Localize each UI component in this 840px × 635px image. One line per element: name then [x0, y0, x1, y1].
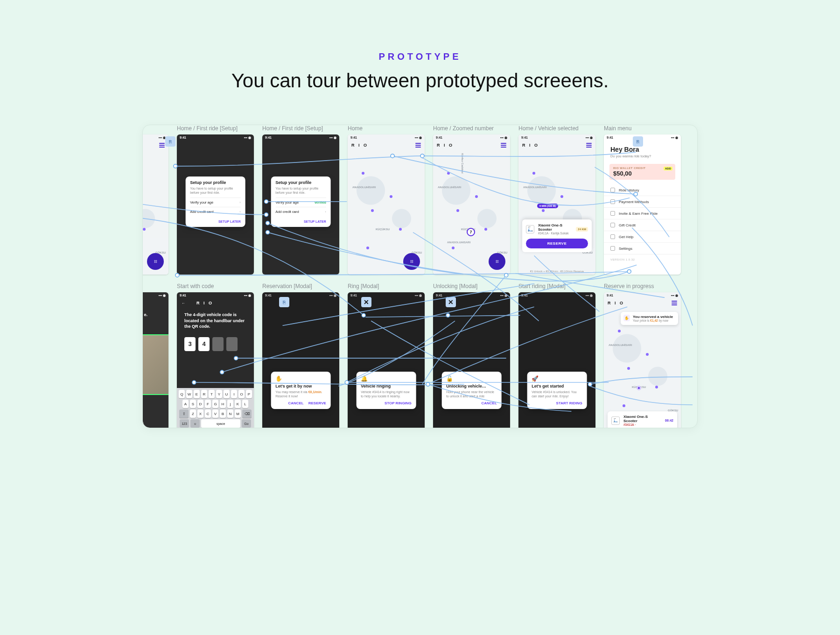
screen-vehicle-selected[interactable]: ANADOLUHİSARI KÜÇÜKSU GÖKSU 6 MIN (430 M… — [518, 134, 595, 275]
back-icon[interactable]: ← — [182, 301, 185, 305]
reserved-vehicle-card[interactable]: 🛴 Xiaomi One-S Scooter #3411A · 06:42 — [608, 411, 677, 428]
status-bar: 9:41••• ◉ — [604, 292, 681, 299]
key[interactable]: W — [186, 390, 192, 398]
screen-reserve-progress[interactable]: ANADOLUHİSARI KÜÇÜKSU GÖKSU 9:41••• ◉ R … — [604, 292, 681, 428]
add-credit-button[interactable]: ADD — [664, 167, 672, 170]
setup-later-button[interactable]: SETUP LATER — [190, 220, 241, 223]
screen-home[interactable]: ANADOLUHİSARI KÜÇÜKSU GÖKSU 9:41••• ◉ R … — [348, 134, 425, 275]
wallet-credit-card[interactable]: RIO WALLET CREDIT $50,00 ADD — [609, 164, 675, 180]
keyboard[interactable]: QWERTYUIOP ASDFGHjKL ⇧ZXCVBNM⌫ 123☺space… — [177, 388, 254, 428]
backspace-key[interactable]: ⌫ — [242, 409, 252, 418]
app-header: R I O — [348, 141, 425, 149]
menu-item[interactable]: Invite & Earn Free Ride — [604, 208, 681, 219]
menu-item[interactable]: Ride History — [604, 184, 681, 196]
key[interactable]: U — [224, 390, 230, 398]
cancel-button[interactable]: CANCEL — [288, 401, 303, 405]
screen-setup[interactable]: 9:41••• ◉ Setup your profile You have to… — [177, 134, 254, 275]
menu-item[interactable]: Get Help — [604, 231, 681, 243]
key[interactable]: P — [246, 390, 252, 398]
numeric-key[interactable]: 123 — [180, 419, 189, 428]
cancel-button[interactable]: CANCEL — [482, 401, 497, 405]
key[interactable]: N — [227, 409, 233, 418]
key[interactable]: D — [197, 400, 203, 408]
menu-icon[interactable] — [672, 301, 677, 305]
menu-item[interactable]: Settings — [604, 243, 681, 254]
verify-age-row[interactable]: Verify your age › — [190, 198, 241, 207]
key[interactable]: B — [220, 409, 226, 418]
frame-label: Home / Zoomed number — [433, 125, 510, 132]
screen-setup[interactable]: 9:41••• ◉ Setup your profile You have to… — [262, 134, 339, 275]
reserved-marker[interactable] — [637, 386, 641, 390]
space-key[interactable]: space — [201, 419, 240, 428]
frame-label: Main menu — [604, 125, 681, 132]
menu-item-icon — [610, 223, 615, 227]
key[interactable]: L — [242, 400, 248, 408]
key[interactable]: Z — [190, 409, 196, 418]
scan-fab[interactable]: ⌗ — [147, 253, 164, 270]
menu-item[interactable]: Payment Methods — [604, 196, 681, 208]
key[interactable]: G — [212, 400, 218, 408]
key[interactable]: K — [235, 400, 241, 408]
key[interactable]: Y — [216, 390, 222, 398]
menu-item[interactable]: Gift Credit — [604, 219, 681, 231]
screen-scan-qr[interactable]: 9:41••• ◉ R I O Code on the vehicle to e… — [142, 292, 168, 428]
key[interactable]: j — [227, 400, 233, 408]
key[interactable]: V — [212, 409, 218, 418]
key[interactable]: C — [205, 409, 211, 418]
app-header: R I O — [604, 299, 681, 307]
key[interactable]: X — [197, 409, 203, 418]
map-view[interactable]: ANADOLUHİSARI KÜÇÜKSU GÖKSU 6 MIN (430 M… — [518, 134, 595, 275]
shift-key[interactable]: ⇧ — [179, 409, 189, 418]
key[interactable]: S — [190, 400, 196, 408]
screen-main-menu[interactable]: 9:41••• ◉ Hey BoraDo you wanna ride toda… — [604, 134, 681, 275]
menu-item-icon — [610, 211, 615, 216]
scan-fab[interactable]: ⌗ — [403, 253, 420, 270]
brand-logo: R I O — [437, 143, 454, 148]
add-card-row[interactable]: Add credit card› — [275, 207, 326, 216]
key[interactable]: Q — [179, 390, 185, 398]
key[interactable]: O — [238, 390, 245, 398]
key[interactable]: M — [235, 409, 241, 418]
reserve-button[interactable]: RESERVE — [308, 401, 326, 405]
key[interactable]: R — [201, 390, 207, 398]
screen-unlock-modal[interactable]: 9:41••• ◉ 🔓 Unlocking vehicle…Hold your … — [433, 292, 510, 428]
emoji-key[interactable]: ☺ — [190, 419, 200, 428]
screen-enter-code[interactable]: 9:41••• ◉ ← R I O The 4-digit vehicle co… — [177, 292, 254, 428]
key[interactable]: T — [209, 390, 215, 398]
key[interactable]: H — [220, 400, 226, 408]
stop-ringing-button[interactable]: STOP RINGING — [385, 401, 412, 405]
start-riding-button[interactable]: START RIDING — [556, 401, 582, 405]
app-version: VERSION 1.0.32 — [604, 254, 681, 265]
screen-first-ride[interactable]: ANADOLUHİSARI KÜÇÜKSU GÖKSU 9:41••• ◉ R … — [142, 134, 168, 275]
flash-button[interactable]: ⚡FLASH — [142, 421, 144, 428]
menu-icon[interactable] — [415, 143, 421, 148]
flow-close-icon: ✕ — [446, 297, 456, 307]
key[interactable]: I — [231, 390, 237, 398]
setup-later-button[interactable]: SETUP LATER — [275, 220, 326, 223]
flow-close-icon: ✕ — [361, 297, 371, 307]
cluster-marker[interactable]: 7 — [467, 228, 475, 236]
screen-ring-modal[interactable]: 9:41••• ◉ 🔔 Vehicle ringingVehicle #3414… — [348, 292, 425, 428]
code-input[interactable]: 34 — [177, 337, 254, 351]
key[interactable]: E — [194, 390, 200, 398]
reserve-button[interactable]: RESERVE — [526, 239, 588, 248]
prototype-canvas[interactable]: irst ride ANADOLUHİSARI KÜÇÜKSU GÖKSU 9:… — [142, 125, 698, 428]
key[interactable]: F — [205, 400, 211, 408]
go-key[interactable]: Go — [242, 419, 251, 428]
add-card-row[interactable]: Add credit card› — [190, 207, 241, 216]
screen-reservation-modal[interactable]: 9:41••• ◉ ✋ Let's get it by now You may … — [262, 292, 339, 428]
screen-home[interactable]: ANADOLUHİSARI KÜÇÜKSU GÖKSU Körfez Cadde… — [433, 134, 510, 275]
key[interactable]: A — [182, 400, 189, 408]
menu-icon[interactable] — [501, 143, 506, 148]
start-modal: 🚀 Let's get startedVehicle #3414 is unlo… — [527, 372, 587, 409]
flow-start-icon: ⎘ — [165, 136, 175, 147]
app-header: R I O — [142, 141, 168, 149]
section-eyebrow: PROTOTYPE — [126, 51, 714, 62]
app-header: R I O — [518, 141, 595, 149]
screen-start-modal[interactable]: 9:41••• ◉ 🚀 Let's get startedVehicle #34… — [518, 292, 595, 428]
brand-logo: R I O — [608, 301, 624, 305]
verify-age-row[interactable]: Verify your age verified — [275, 198, 326, 207]
scan-fab[interactable]: ⌗ — [489, 253, 505, 270]
menu-icon[interactable] — [586, 143, 592, 148]
menu-icon[interactable] — [159, 143, 165, 148]
